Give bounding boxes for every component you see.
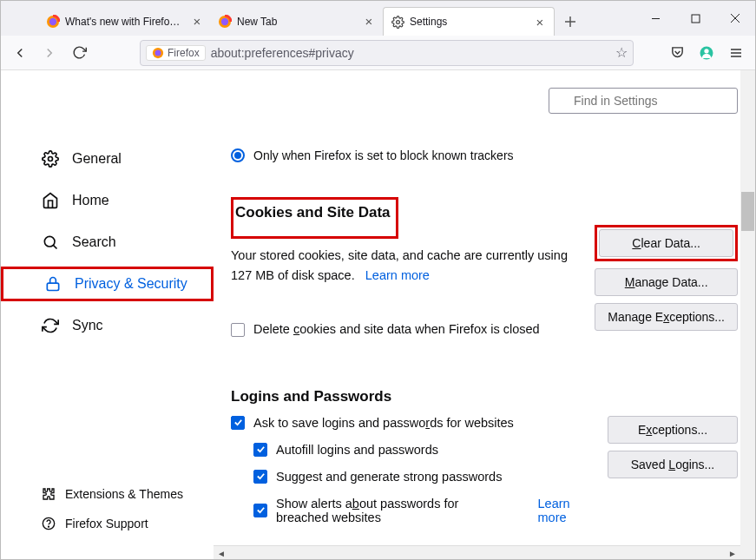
- firefox-icon: [218, 15, 232, 29]
- manage-exceptions-button[interactable]: Manage Exceptions...: [595, 303, 738, 331]
- checkbox-unchecked-icon: [231, 323, 245, 337]
- settings-sidebar: General Home Search Privacy & Security S…: [1, 70, 214, 560]
- logins-heading: Logins and Passwords: [231, 388, 738, 405]
- logins-exceptions-button[interactable]: Exceptions...: [608, 416, 738, 444]
- scrollbar-track[interactable]: [229, 547, 725, 561]
- tab-title: Settings: [410, 16, 528, 28]
- svg-point-12: [155, 49, 161, 56]
- scrollbar-thumb[interactable]: [229, 547, 725, 561]
- sidebar-footer-label: Extensions & Themes: [65, 487, 183, 501]
- suggest-passwords-label: Suggest and generate strong passwords: [276, 470, 502, 484]
- cookies-learn-more-link[interactable]: Learn more: [365, 268, 430, 282]
- horizontal-scrollbar[interactable]: ◄ ►: [214, 545, 740, 560]
- url-bar[interactable]: Firefox about:preferences#privacy ☆: [140, 40, 634, 66]
- scroll-left-arrow[interactable]: ◄: [214, 547, 229, 561]
- forward-button[interactable]: [37, 41, 62, 65]
- sync-icon: [41, 316, 60, 335]
- trackers-radio-row[interactable]: Only when Firefox is set to block known …: [231, 148, 738, 162]
- svg-point-3: [221, 17, 228, 24]
- nav-toolbar: Firefox about:preferences#privacy ☆: [1, 36, 755, 70]
- tab-new-tab[interactable]: New Tab ×: [211, 7, 383, 36]
- svg-rect-21: [47, 283, 58, 290]
- sidebar-footer-support[interactable]: Firefox Support: [1, 511, 214, 537]
- cookies-heading: Cookies and Site Data: [235, 201, 391, 224]
- close-icon[interactable]: ×: [362, 15, 376, 28]
- account-button[interactable]: [694, 41, 719, 65]
- autofill-label: Autofill logins and passwords: [276, 443, 438, 457]
- trackers-radio-label: Only when Firefox is set to block known …: [253, 148, 514, 162]
- firefox-icon: [152, 47, 164, 59]
- gear-icon: [391, 15, 404, 29]
- new-tab-button[interactable]: [558, 10, 582, 34]
- delete-on-close-label: Delete cookies and site data when Firefo…: [253, 320, 540, 339]
- app-menu-button[interactable]: [724, 41, 748, 65]
- cookies-desc-line1: Your stored cookies, site data, and cach…: [231, 248, 568, 262]
- tab-settings[interactable]: Settings ×: [383, 7, 555, 36]
- sidebar-item-sync[interactable]: Sync: [1, 308, 214, 343]
- identity-box[interactable]: Firefox: [146, 45, 206, 61]
- identity-label: Firefox: [168, 47, 200, 59]
- tab-title: New Tab: [237, 16, 357, 28]
- sidebar-footer-extensions[interactable]: Extensions & Themes: [1, 481, 214, 507]
- minimize-button[interactable]: [635, 4, 675, 32]
- home-icon: [41, 191, 60, 210]
- sidebar-item-label: Search: [72, 234, 116, 250]
- lock-icon: [43, 274, 62, 293]
- scrollbar-thumb[interactable]: [741, 192, 754, 231]
- window-controls: [635, 1, 755, 36]
- close-icon[interactable]: ×: [533, 16, 547, 29]
- svg-point-14: [704, 49, 708, 53]
- vertical-scrollbar[interactable]: [740, 70, 755, 560]
- sidebar-item-search[interactable]: Search: [1, 225, 214, 260]
- svg-rect-8: [692, 15, 700, 23]
- logins-learn-more-link[interactable]: Learn more: [538, 497, 590, 524]
- content-area: General Home Search Privacy & Security S…: [1, 70, 755, 560]
- sidebar-item-label: Privacy & Security: [75, 276, 187, 292]
- suggest-passwords-checkbox[interactable]: Suggest and generate strong passwords: [253, 470, 590, 484]
- tab-whats-new[interactable]: What's new with Firefox - M ×: [39, 7, 211, 36]
- cookies-desc-line2: 127 MB of disk space.: [231, 268, 355, 282]
- bookmark-star-icon[interactable]: ☆: [615, 44, 628, 61]
- svg-line-20: [53, 245, 56, 248]
- tab-title: What's new with Firefox - M: [65, 16, 185, 28]
- sidebar-item-label: General: [72, 151, 122, 167]
- sidebar-item-label: Home: [72, 193, 109, 208]
- manage-data-button[interactable]: Manage Data...: [595, 268, 738, 296]
- breach-alerts-label: Show alerts about passwords for breached…: [276, 497, 513, 524]
- svg-point-19: [44, 236, 55, 247]
- reload-button[interactable]: [67, 41, 91, 65]
- pocket-button[interactable]: [665, 41, 689, 65]
- svg-point-23: [49, 526, 49, 527]
- settings-main: Only when Firefox is set to block known …: [214, 70, 755, 545]
- find-in-settings-input[interactable]: [549, 88, 738, 114]
- ask-save-logins-checkbox[interactable]: Ask to save logins and passwords for web…: [231, 416, 590, 430]
- svg-point-18: [49, 157, 53, 161]
- checkbox-checked-icon: [253, 443, 267, 457]
- sidebar-item-home[interactable]: Home: [1, 183, 214, 218]
- breach-alerts-checkbox[interactable]: Show alerts about passwords for breached…: [253, 497, 590, 524]
- sidebar-item-privacy[interactable]: Privacy & Security: [1, 267, 214, 301]
- question-icon: [41, 516, 56, 531]
- url-text: about:preferences#privacy: [211, 46, 610, 60]
- ask-save-logins-label: Ask to save logins and passwords for web…: [253, 416, 514, 430]
- scroll-right-arrow[interactable]: ►: [725, 547, 740, 561]
- svg-point-4: [396, 20, 399, 23]
- clear-data-button[interactable]: Clear Data...: [599, 229, 733, 257]
- saved-logins-button[interactable]: Saved Logins...: [608, 451, 738, 478]
- autofill-checkbox[interactable]: Autofill logins and passwords: [253, 443, 590, 457]
- svg-point-1: [49, 17, 56, 24]
- radio-selected-icon: [231, 148, 245, 162]
- close-window-button[interactable]: [715, 4, 755, 32]
- search-icon: [41, 233, 60, 252]
- sidebar-item-general[interactable]: General: [1, 142, 214, 176]
- close-icon[interactable]: ×: [190, 15, 204, 28]
- back-button[interactable]: [8, 41, 32, 65]
- checkbox-checked-icon: [231, 416, 245, 430]
- maximize-button[interactable]: [675, 4, 715, 32]
- gear-icon: [41, 149, 60, 168]
- sidebar-footer-label: Firefox Support: [65, 517, 148, 530]
- delete-on-close-checkbox[interactable]: Delete cookies and site data when Firefo…: [231, 320, 577, 339]
- checkbox-checked-icon: [253, 504, 267, 517]
- sidebar-item-label: Sync: [72, 318, 103, 333]
- titlebar: What's new with Firefox - M × New Tab × …: [1, 1, 755, 36]
